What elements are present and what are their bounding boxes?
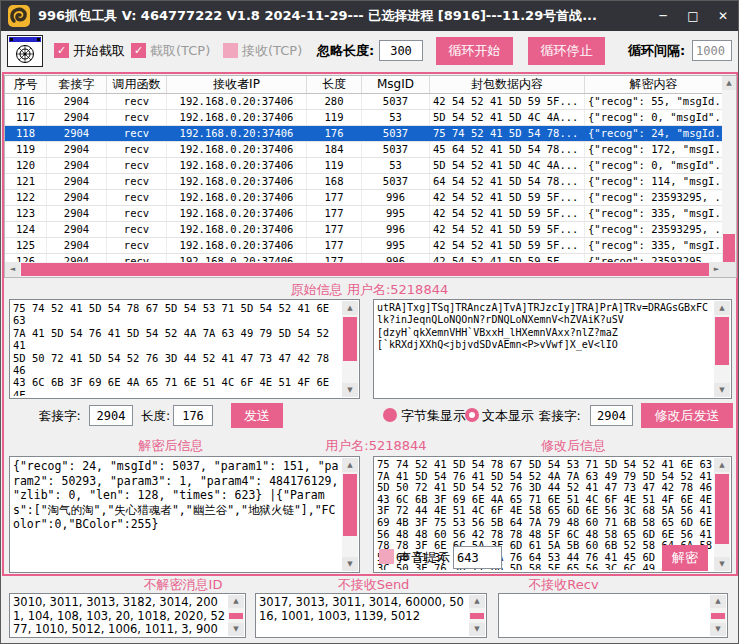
- socket2-label: 套接字:: [539, 408, 581, 425]
- cell-func: recv: [107, 110, 167, 125]
- col-header-socket[interactable]: 套接字: [47, 76, 107, 93]
- table-row[interactable]: 122 2904 recv 192.168.0.20:37406 177 996…: [5, 190, 723, 206]
- cell-msgid: 996: [362, 190, 430, 205]
- table-row[interactable]: 125 2904 recv 192.168.0.20:37406 177 995…: [5, 238, 723, 254]
- capture-tcp-checkbox[interactable]: ✓: [131, 43, 146, 58]
- ignore-length-input[interactable]: [379, 40, 423, 61]
- sound-alert-input[interactable]: [453, 546, 502, 569]
- scroll-up-icon[interactable]: ▲: [714, 301, 730, 315]
- sound-alert-checkbox[interactable]: [379, 549, 394, 564]
- cell-len: 177: [307, 222, 362, 237]
- modified-vscroll-thumb[interactable]: [715, 474, 729, 544]
- receive-tcp-checkbox[interactable]: [223, 43, 238, 58]
- raw-hex-vscroll-thumb[interactable]: [343, 317, 357, 361]
- cell-seq: 124: [5, 222, 47, 237]
- cell-socket: 2904: [47, 110, 107, 125]
- table-row[interactable]: 120 2904 recv 192.168.0.20:37406 119 53 …: [5, 158, 723, 174]
- table-row[interactable]: 123 2904 recv 192.168.0.20:37406 177 995…: [5, 206, 723, 222]
- scroll-up-icon[interactable]: ▲: [469, 595, 485, 608]
- modified-title: 修改后信息: [501, 437, 646, 455]
- raw-hex-text[interactable]: 75 74 52 41 5D 54 78 67 5D 54 53 71 5D 5…: [13, 302, 340, 396]
- scroll-down-icon[interactable]: ▼: [710, 623, 726, 636]
- receive-tcp-label: 接收(TCP): [242, 42, 302, 60]
- maximize-icon[interactable]: □: [678, 1, 708, 31]
- cell-msgid: 5037: [362, 94, 430, 109]
- cell-socket: 2904: [47, 190, 107, 205]
- cell-hex: 5D 54 52 41 5D 4C 4A...: [430, 158, 585, 173]
- loop-start-button[interactable]: 循环开始: [436, 37, 513, 65]
- raw-text-text[interactable]: utRA]Txg]TSq]TRAnczA]TvA]TRJzcIy]TRA]PrA…: [377, 302, 712, 396]
- filter3-vscroll-thumb[interactable]: [711, 613, 725, 619]
- socket2-input[interactable]: [590, 405, 633, 426]
- no-receive-recv-text[interactable]: [502, 596, 708, 635]
- close-icon[interactable]: ✕: [708, 1, 738, 31]
- loop-interval-input[interactable]: [692, 40, 732, 61]
- scroll-left-icon[interactable]: ◄: [5, 262, 20, 277]
- filter1-vscroll-thumb[interactable]: [229, 613, 243, 619]
- scroll-down-icon[interactable]: ▼: [228, 623, 244, 636]
- start-capture-checkbox[interactable]: ✓: [54, 43, 69, 58]
- cell-dec: {"recog": 55, "msgId..: [585, 94, 723, 109]
- no-decrypt-id-text[interactable]: 3010, 3011, 3013, 3182, 3014, 2001, 104,…: [13, 596, 226, 635]
- table-vscroll-thumb[interactable]: [723, 234, 735, 262]
- cell-seq: 125: [5, 238, 47, 253]
- scroll-down-icon[interactable]: ▼: [469, 623, 485, 636]
- table-row[interactable]: 119 2904 recv 192.168.0.20:37406 184 503…: [5, 142, 723, 158]
- cell-msgid: 5037: [362, 174, 430, 189]
- cell-func: recv: [107, 158, 167, 173]
- cell-seq: 117: [5, 110, 47, 125]
- cell-hex: 42 54 52 41 5D 59 5F...: [430, 94, 585, 109]
- col-header-msgid[interactable]: MsgID: [362, 76, 430, 93]
- text-display-radio[interactable]: [465, 408, 479, 422]
- cell-dec: {"recog": 24, "msgId..: [585, 126, 723, 141]
- scroll-up-icon[interactable]: ▲: [228, 595, 244, 608]
- cell-seq: 118: [5, 126, 47, 141]
- decoded-text[interactable]: {"recog": 24, "msgId": 5037, "param1": 1…: [13, 459, 340, 570]
- no-receive-recv-label: 不接收Recv: [491, 576, 636, 594]
- loop-stop-button[interactable]: 循环停止: [528, 37, 605, 65]
- send-modified-button[interactable]: 修改后发送: [641, 403, 733, 428]
- raw-text-vscroll-thumb[interactable]: [715, 317, 729, 365]
- process-finder-icon[interactable]: [7, 35, 43, 67]
- col-header-func[interactable]: 调用函数: [107, 76, 167, 93]
- scroll-up-icon[interactable]: ▲: [722, 76, 736, 90]
- cell-dec: {"recog": 0, "msgId"..: [585, 158, 723, 173]
- no-receive-send-text[interactable]: 3017, 3013, 3011, 3014, 60000, 5016, 100…: [259, 596, 467, 635]
- col-header-hex[interactable]: 封包数据内容: [430, 76, 585, 93]
- cell-ip: 192.168.0.20:37406: [167, 174, 307, 189]
- scroll-up-icon[interactable]: ▲: [342, 301, 358, 315]
- col-header-seq[interactable]: 序号: [5, 76, 47, 93]
- table-row[interactable]: 124 2904 recv 192.168.0.20:37406 177 996…: [5, 222, 723, 238]
- table-row[interactable]: 117 2904 recv 192.168.0.20:37406 119 53 …: [5, 110, 723, 126]
- minimize-icon[interactable]: ─: [648, 1, 678, 31]
- scroll-down-icon[interactable]: ▼: [714, 557, 730, 571]
- bytes-display-label: 字节集显示: [401, 407, 466, 425]
- scroll-down-icon[interactable]: ▼: [714, 383, 730, 397]
- scroll-up-icon[interactable]: ▲: [714, 458, 730, 472]
- col-header-ip[interactable]: 接收者IP: [167, 76, 307, 93]
- table-row[interactable]: 121 2904 recv 192.168.0.20:37406 168 503…: [5, 174, 723, 190]
- scroll-down-icon[interactable]: ▼: [342, 383, 358, 397]
- text-display-label: 文本显示: [482, 407, 534, 425]
- socket-input[interactable]: [89, 405, 133, 426]
- table-hscroll-thumb[interactable]: [21, 263, 709, 276]
- modified-vscrollbar: ▲ ▼: [714, 458, 730, 571]
- decoded-vscroll-thumb[interactable]: [343, 474, 357, 536]
- no-decrypt-id-panel: 3010, 3011, 3013, 3182, 3014, 2001, 104,…: [9, 593, 246, 638]
- col-header-len[interactable]: 长度: [307, 76, 362, 93]
- decrypt-button[interactable]: 解密: [662, 545, 708, 571]
- send-button[interactable]: 发送: [231, 403, 283, 428]
- table-row[interactable]: 118 2904 recv 192.168.0.20:37406 176 503…: [5, 126, 723, 142]
- table-row[interactable]: 116 2904 recv 192.168.0.20:37406 280 503…: [5, 94, 723, 110]
- filter2-vscrollbar: ▲ ▼: [469, 595, 485, 636]
- length-input[interactable]: [173, 405, 213, 426]
- scroll-down-icon[interactable]: ▼: [342, 557, 358, 571]
- scroll-up-icon[interactable]: ▲: [342, 458, 358, 472]
- filter2-vscroll-thumb[interactable]: [470, 613, 484, 619]
- bytes-display-radio[interactable]: [383, 408, 397, 422]
- table-body: 116 2904 recv 192.168.0.20:37406 280 503…: [5, 94, 723, 264]
- capture-tcp-label: 截取(TCP): [150, 42, 210, 60]
- cell-ip: 192.168.0.20:37406: [167, 110, 307, 125]
- col-header-dec[interactable]: 解密内容: [585, 76, 723, 93]
- scroll-up-icon[interactable]: ▲: [710, 595, 726, 608]
